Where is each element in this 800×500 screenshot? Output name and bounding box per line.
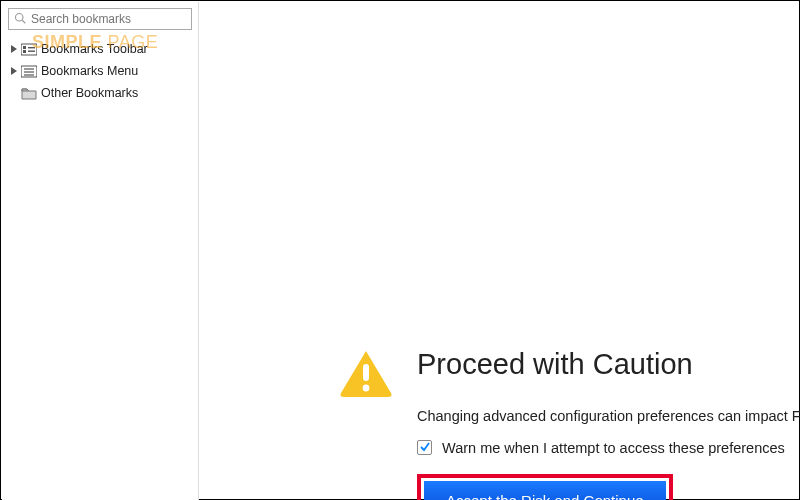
main-content: Proceed with Caution Changing advanced c… [199, 2, 798, 498]
about-config-warning: Proceed with Caution Changing advanced c… [339, 347, 798, 500]
svg-rect-4 [23, 50, 26, 53]
sidebar-item-label: Bookmarks Menu [41, 64, 138, 78]
warn-checkbox[interactable] [417, 440, 432, 455]
warning-description: Changing advanced configuration preferen… [417, 408, 798, 424]
svg-rect-3 [23, 46, 26, 49]
window-frame: SIMPLE PAGE Bookmarks Toolbar [0, 0, 800, 500]
accept-risk-button[interactable]: Accept the Risk and Continue [424, 481, 666, 500]
sidebar-item-other-bookmarks[interactable]: Other Bookmarks [4, 82, 196, 104]
sidebar-item-label: Bookmarks Toolbar [41, 42, 148, 56]
svg-rect-2 [21, 44, 37, 55]
warning-body: Proceed with Caution Changing advanced c… [417, 347, 798, 500]
warning-checkbox-row: Warn me when I attempt to access these p… [417, 440, 798, 456]
accept-button-wrap: Accept the Risk and Continue [417, 474, 673, 500]
svg-rect-5 [28, 47, 35, 48]
sidebar-item-bookmarks-toolbar[interactable]: Bookmarks Toolbar [4, 38, 196, 60]
accept-highlight-box: Accept the Risk and Continue [417, 474, 673, 500]
folder-icon [21, 86, 37, 100]
warn-checkbox-label: Warn me when I attempt to access these p… [442, 440, 785, 456]
svg-rect-11 [363, 364, 369, 381]
svg-rect-6 [28, 51, 35, 52]
search-input[interactable] [8, 8, 192, 30]
sidebar-item-label: Other Bookmarks [41, 86, 138, 100]
bookmarks-sidebar: SIMPLE PAGE Bookmarks Toolbar [2, 2, 199, 500]
bookmarks-tree: Bookmarks Toolbar Bookmarks Menu Other B… [2, 34, 198, 108]
warning-triangle-icon [339, 349, 393, 401]
sidebar-item-bookmarks-menu[interactable]: Bookmarks Menu [4, 60, 196, 82]
bookmarks-toolbar-icon [21, 42, 37, 56]
warning-title: Proceed with Caution [417, 347, 798, 382]
bookmarks-menu-icon [21, 64, 37, 78]
chevron-right-icon[interactable] [8, 65, 20, 77]
check-icon [419, 441, 431, 455]
svg-point-12 [363, 385, 370, 392]
search-wrap [2, 2, 198, 34]
chevron-right-icon[interactable] [8, 43, 20, 55]
